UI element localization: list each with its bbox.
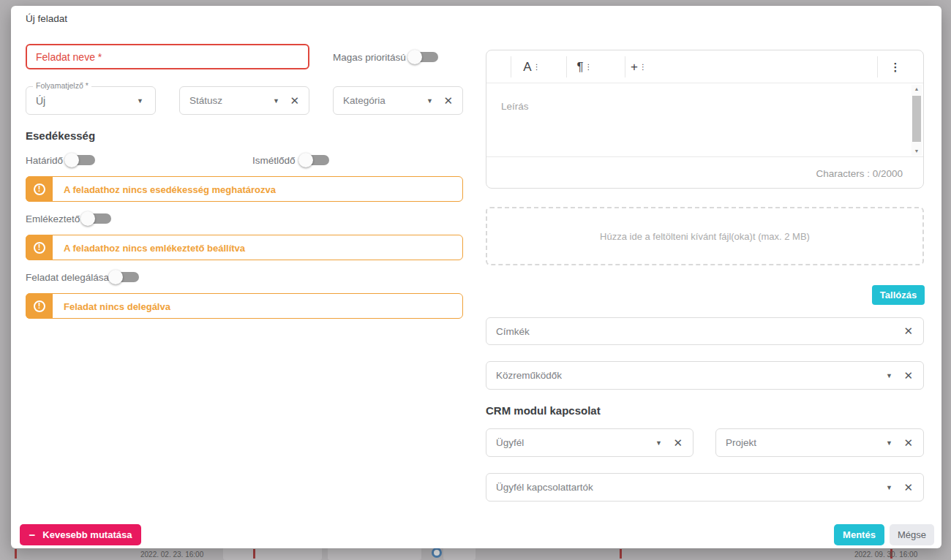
minus-icon: − [29,529,36,541]
cancel-button[interactable]: Mégse [890,524,934,545]
dialog-title: Új feladat [26,13,67,24]
category-select[interactable]: ▼ ✕ [333,86,463,115]
file-dropzone[interactable]: Húzza ide a feltölteni kívánt fájl(oka)t… [486,207,924,265]
timeline-marker [620,549,622,559]
timeline-marker [15,549,17,559]
toggle-knob [108,270,123,284]
font-menu-button[interactable]: A ⋮ [516,50,548,83]
delegation-toggle[interactable] [108,270,139,284]
chevron-down-icon[interactable]: ▼ [426,97,433,105]
due-warning-banner: ! A feladathoz nincs esedékesség meghatá… [26,176,463,202]
timeline-date: 2022. 09. 30. 16:00 [854,550,917,559]
chevron-down-icon[interactable]: ▼ [886,484,892,491]
dropzone-text: Húzza ide a feltölteni kívánt fájl(oka)t… [600,231,810,242]
chevron-down-icon[interactable]: ▼ [655,439,662,447]
chevron-down-icon[interactable]: ▼ [273,97,279,105]
character-counter: Characters : 0/2000 [816,168,903,179]
timeline-marker [253,549,255,559]
toggle-knob [407,50,422,64]
save-button[interactable]: Mentés [834,524,884,545]
reminder-warning-banner: ! A feladathoz nincs emlékeztető beállít… [26,235,463,260]
client-contacts-input[interactable] [486,474,923,501]
toggle-knob [80,211,95,226]
status-select[interactable]: ▼ ✕ [179,86,309,115]
toolbar-divider [877,56,878,77]
recurring-toggle[interactable] [298,153,329,167]
client-select[interactable]: ▼ ✕ [486,428,693,457]
editor-scrollbar[interactable]: ▲ ▼ [911,85,922,156]
reminder-toggle[interactable] [80,211,111,226]
delegation-warning-banner: ! Feladat nincs delegálva [26,293,463,319]
warning-icon: ! [26,176,53,202]
scroll-down-icon[interactable]: ▼ [911,147,922,156]
background-bar [223,547,322,560]
progress-select[interactable]: Folyamatjelző * Új ▼ [26,86,156,115]
scroll-up-icon[interactable]: ▲ [911,85,922,94]
task-name-input[interactable] [26,44,309,69]
contributors-input[interactable] [486,362,923,389]
high-priority-label: Magas prioritású [333,52,406,63]
insert-menu-button[interactable]: + ⋮ [623,50,655,83]
description-editor: A ⋮ ¶ ⋮ + ⋮ ⋮ Leírás ▲ ▼ Ch [486,50,924,189]
project-select[interactable]: ▼ ✕ [715,428,924,457]
warning-icon: ! [26,293,53,319]
toolbar-divider [511,56,511,77]
tags-input[interactable] [486,318,923,344]
clear-icon[interactable]: ✕ [673,436,683,450]
clear-icon[interactable]: ✕ [903,325,913,338]
clear-icon[interactable]: ✕ [903,369,913,382]
chevron-down-icon[interactable]: ▼ [886,372,892,379]
scrollbar-thumb[interactable] [912,96,921,142]
chevron-down-icon[interactable]: ▼ [137,97,143,105]
high-priority-toggle[interactable] [407,50,438,64]
reminder-warning-text: A feladathoz nincs emlékeztető beállítva [64,242,245,253]
recurring-label: Ismétlődő [252,155,296,166]
chevron-down-icon[interactable]: ▼ [886,439,892,447]
due-section-heading: Esedékesség [26,129,95,142]
editor-text-area[interactable]: Leírás ▲ ▼ [486,83,923,157]
reminder-label: Emlékeztető [26,213,80,224]
clear-icon[interactable]: ✕ [903,436,913,450]
clear-icon[interactable]: ✕ [290,94,299,107]
background-avatar-ring [432,548,442,558]
new-task-dialog: Új feladat Magas prioritású Folyamatjelz… [11,6,941,548]
client-contacts-select[interactable]: ▼ ✕ [486,473,924,502]
background-bar [328,547,421,560]
editor-toolbar: A ⋮ ¶ ⋮ + ⋮ ⋮ [486,50,923,83]
deadline-toggle[interactable] [64,153,95,167]
crm-section-heading: CRM modul kapcsolat [486,404,601,417]
paragraph-menu-button[interactable]: ¶ ⋮ [568,50,601,83]
warning-icon: ! [26,235,53,260]
timeline-date: 2022. 02. 23. 16:00 [140,550,203,559]
browse-button[interactable]: Tallózás [872,285,925,305]
toggle-knob [64,153,79,167]
delegation-warning-text: Feladat nincs delegálva [64,300,170,311]
toolbar-divider [566,56,567,77]
progress-label: Folyamatjelző * [33,81,91,90]
show-less-button[interactable]: − Kevesebb mutatása [20,524,141,545]
progress-value: Új [36,95,45,107]
show-less-label: Kevesebb mutatása [42,529,132,540]
more-options-icon[interactable]: ⋮ [886,50,905,83]
clear-icon[interactable]: ✕ [903,481,913,494]
editor-status-bar: Characters : 0/2000 [486,157,923,189]
clear-icon[interactable]: ✕ [443,94,453,107]
tags-field[interactable]: ✕ [486,317,924,345]
delegation-label: Feladat delegálása [26,272,109,283]
deadline-label: Határidő [26,155,63,166]
editor-placeholder: Leírás [501,101,529,112]
contributors-select[interactable]: ▼ ✕ [486,361,924,390]
toggle-knob [298,153,313,167]
due-warning-text: A feladathoz nincs esedékesség meghatáro… [64,183,276,194]
background-bar [443,547,476,560]
